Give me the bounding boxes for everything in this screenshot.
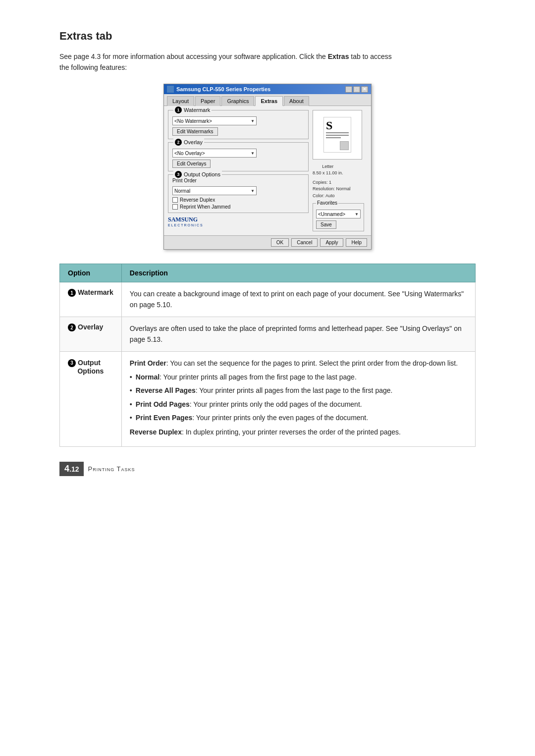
dialog-footer: OK Cancel Apply Help (164, 235, 371, 249)
page-footer: 4.12 Printing Tasks (59, 462, 476, 476)
print-order-label: Print Order (172, 178, 304, 183)
apply-button[interactable]: Apply (320, 238, 343, 247)
tab-graphics[interactable]: Graphics (221, 96, 254, 106)
reverse-duplex-checkbox[interactable] (172, 197, 178, 203)
reprint-jammed-label: Reprint When Jammed (180, 204, 230, 210)
table-row: 2Overlay Overlays are often used to take… (60, 317, 476, 351)
output-number: 3 (175, 171, 182, 178)
preview-small-rect (340, 141, 349, 150)
dialog-window: Samsung CLP-550 Series Properties _ □ ✕ … (163, 84, 372, 250)
output-title: Output Options (184, 171, 220, 177)
cancel-button[interactable]: Cancel (291, 238, 318, 247)
preview-line-2 (326, 135, 349, 136)
edit-watermarks-button[interactable]: Edit Watermarks (172, 127, 218, 136)
app-icon (167, 86, 174, 93)
watermark-section: 1 Watermark <No Watermark> ▼ Edit Waterm… (168, 110, 309, 139)
overlay-number: 2 (175, 139, 182, 146)
favorites-arrow: ▼ (355, 212, 359, 216)
favorites-select[interactable]: <Unnamed> ▼ (316, 210, 361, 218)
output-options-section: 3 Output Options Print Order Normal ▼ Re… (168, 174, 309, 213)
reverse-duplex-row: Reverse Duplex (172, 197, 304, 203)
preview-info: Letter 8.50 x 11.00 in. (313, 163, 343, 176)
tab-about[interactable]: About (284, 96, 309, 106)
watermark-label: 1 Watermark (173, 107, 212, 113)
watermark-select-arrow: ▼ (251, 119, 255, 123)
sidebar-info: Copies: 1 Resolution: Normal Color: Auto (313, 179, 351, 200)
ok-button[interactable]: OK (271, 238, 289, 247)
print-order-select-row: Normal ▼ (172, 186, 304, 195)
electronics-text: ELECTRONICS (168, 223, 204, 227)
preview-pane: S (313, 110, 362, 160)
output-description: Print Order: You can set the sequence fo… (130, 358, 467, 437)
footer-text: Printing Tasks (88, 465, 135, 473)
reverse-duplex-label: Reverse Duplex (180, 197, 215, 203)
samsung-text: SAMSUNG (168, 216, 204, 223)
output-option-cell: 3Output Options (60, 351, 122, 446)
table-row: 3Output Options Print Order: You can set… (60, 351, 476, 446)
paper-size-label: Letter (313, 163, 343, 170)
preview-line-1 (326, 132, 349, 133)
output-label: 3 Output Options (173, 171, 222, 178)
favorites-select-value: <Unnamed> (318, 212, 345, 217)
favorites-section: Favorites <Unnamed> ▼ Save (313, 203, 364, 231)
overlay-section: 2 Overlay <No Overlay> ▼ Edit Overlays (168, 142, 309, 171)
maximize-button[interactable]: □ (353, 86, 360, 93)
col-description-header: Description (121, 264, 475, 282)
reprint-jammed-checkbox[interactable] (172, 204, 178, 210)
overlay-badge: 2 (68, 324, 76, 331)
reprint-jammed-row: Reprint When Jammed (172, 204, 304, 210)
page-number-badge: 4.12 (59, 462, 84, 476)
dialog-left-column: 1 Watermark <No Watermark> ▼ Edit Waterm… (168, 110, 309, 231)
dialog-body: 1 Watermark <No Watermark> ▼ Edit Waterm… (164, 106, 371, 235)
preview-s-letter: S (326, 119, 349, 131)
watermark-number: 1 (175, 107, 182, 113)
resolution-info: Resolution: Normal (313, 186, 351, 193)
watermark-select-row: <No Watermark> ▼ (172, 116, 304, 125)
watermark-badge: 1 (68, 289, 76, 297)
print-order-arrow: ▼ (251, 189, 255, 193)
watermark-description-cell: You can create a background image of tex… (121, 282, 475, 317)
edit-overlays-button[interactable]: Edit Overlays (172, 160, 211, 168)
col-option-header: Option (60, 264, 122, 282)
overlay-option-cell: 2Overlay (60, 317, 122, 351)
overlay-description-cell: Overlays are often used to take the plac… (121, 317, 475, 351)
output-option-name: 3Output Options (68, 359, 104, 375)
overlay-select-value: <No Overlay> (174, 151, 205, 156)
watermark-option-name: 1Watermark (68, 288, 113, 296)
watermark-title: Watermark (184, 107, 210, 113)
color-info: Color: Auto (313, 193, 351, 200)
save-button[interactable]: Save (316, 220, 336, 229)
samsung-logo: SAMSUNG ELECTRONICS (168, 216, 309, 227)
tab-layout[interactable]: Layout (167, 96, 194, 106)
dialog-right-column: S Letter 8.50 x 11.00 in. Copies: 1 (313, 110, 367, 231)
intro-paragraph: See page 4.3 for more information about … (59, 52, 396, 73)
print-order-value: Normal (174, 188, 190, 194)
print-order-select[interactable]: Normal ▼ (172, 186, 257, 195)
overlay-option-name: 2Overlay (68, 323, 103, 331)
page-number-main: 4 (64, 464, 69, 474)
dialog-titlebar: Samsung CLP-550 Series Properties _ □ ✕ (164, 84, 371, 94)
tab-paper[interactable]: Paper (195, 96, 220, 106)
overlay-label: 2 Overlay (173, 139, 204, 146)
watermark-description: You can create a background image of tex… (130, 288, 467, 311)
page-number-sub: .12 (69, 465, 79, 473)
watermark-select[interactable]: <No Watermark> ▼ (172, 116, 257, 125)
tab-extras[interactable]: Extras (255, 96, 283, 106)
page-title: Extras tab (59, 30, 476, 43)
overlay-select[interactable]: <No Overlay> ▼ (172, 149, 257, 158)
help-button[interactable]: Help (346, 238, 367, 247)
overlay-title: Overlay (184, 139, 203, 145)
close-button[interactable]: ✕ (361, 86, 368, 93)
overlay-select-arrow: ▼ (251, 151, 255, 156)
output-badge: 3 (68, 359, 76, 367)
copies-info: Copies: 1 (313, 179, 351, 186)
minimize-button[interactable]: _ (345, 86, 352, 93)
paper-dimensions: 8.50 x 11.00 in. (313, 170, 343, 176)
options-table: Option Description 1Watermark You can cr… (59, 264, 476, 447)
table-row: 1Watermark You can create a background i… (60, 282, 476, 317)
favorites-label: Favorites (316, 200, 338, 206)
samsung-wordmark: SAMSUNG ELECTRONICS (168, 216, 204, 227)
preview-lines (326, 132, 349, 138)
output-description-cell: Print Order: You can set the sequence fo… (121, 351, 475, 446)
dialog-title: Samsung CLP-550 Series Properties (176, 86, 270, 92)
